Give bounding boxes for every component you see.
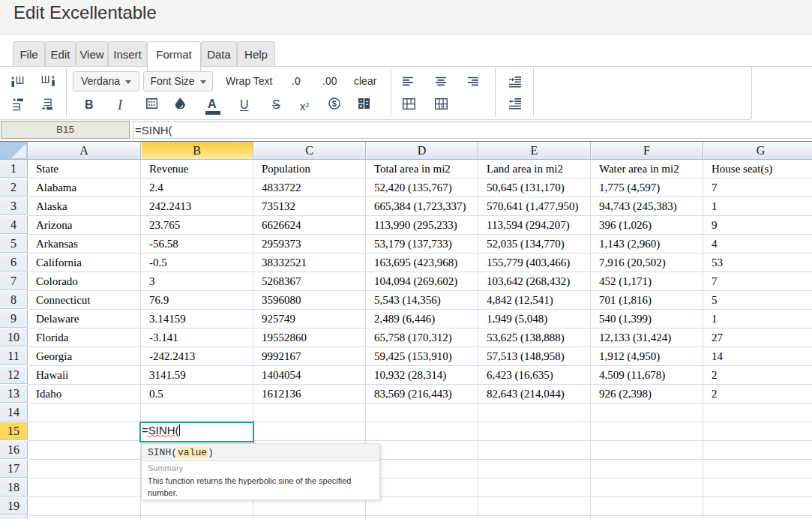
svg-text:$: $ — [332, 99, 337, 108]
